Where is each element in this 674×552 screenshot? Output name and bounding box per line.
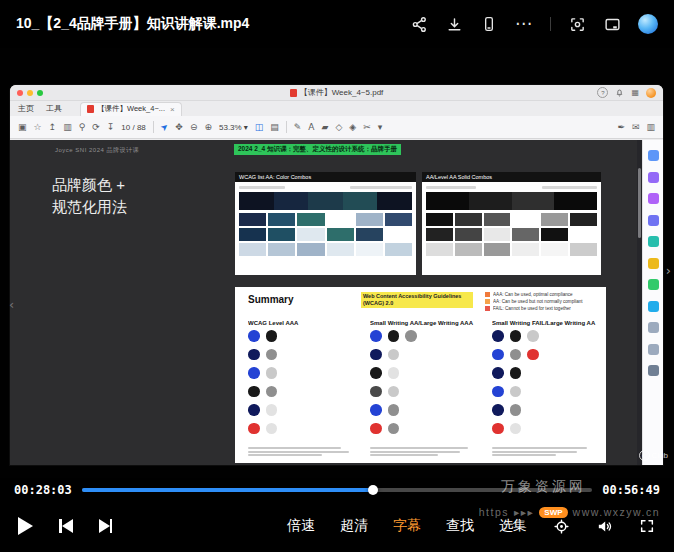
edit-text-icon[interactable]: ✎ — [294, 123, 302, 132]
expand-right-icon[interactable]: › — [666, 264, 671, 277]
pdf-tool-more-icon[interactable] — [648, 365, 659, 376]
close-tab-icon[interactable]: × — [170, 105, 175, 114]
progress-bar[interactable] — [82, 488, 592, 492]
text-line — [239, 186, 285, 189]
color-dot — [266, 386, 278, 398]
screenshot-icon[interactable] — [568, 15, 586, 33]
color-dot — [405, 330, 417, 342]
pdf-tool-stamp-icon[interactable] — [648, 215, 659, 226]
download-icon[interactable] — [445, 15, 463, 33]
playback-speed-button[interactable]: 倍速 — [287, 517, 315, 535]
settings-icon[interactable] — [552, 517, 570, 535]
color-swatch — [327, 213, 354, 226]
color-dot — [510, 423, 522, 435]
signature-icon[interactable]: ✒ — [617, 123, 625, 132]
previous-episode-button[interactable] — [59, 519, 73, 533]
scrollbar-thumb[interactable] — [638, 168, 641, 238]
pdf-tool-image-icon[interactable] — [648, 301, 659, 312]
color-dot — [510, 349, 522, 361]
pdf-tool-search-icon[interactable] — [648, 322, 659, 333]
stamp-icon[interactable]: ◈ — [349, 123, 356, 132]
video-stage[interactable]: 【课件】Week_4~5.pdf ? ▦ 主页 工具 【课件】Week_4~..… — [0, 48, 674, 478]
pdf-title-text: 【课件】Week_4~5.pdf — [300, 87, 384, 98]
pdf-tool-edit-icon[interactable] — [648, 172, 659, 183]
color-swatch — [356, 243, 383, 256]
color-swatch — [385, 243, 412, 256]
play-button[interactable] — [18, 517, 33, 535]
pdf-tool-highlight-icon[interactable] — [648, 258, 659, 269]
avatar[interactable] — [638, 14, 658, 34]
help-icon[interactable]: ? — [597, 87, 608, 98]
footnote-lines — [492, 447, 598, 458]
color-dot — [510, 386, 522, 398]
menu-tools[interactable]: 工具 — [46, 103, 62, 116]
column-title: Small Writing FAIL/Large Writing AA — [492, 320, 598, 326]
color-band-segment — [377, 192, 412, 210]
pdf-file-icon — [87, 105, 94, 113]
maximize-window-icon[interactable] — [37, 90, 43, 96]
snip-icon[interactable]: ✂ — [363, 123, 371, 132]
fit-width-icon[interactable]: ◫ — [255, 123, 264, 132]
menu-home[interactable]: 主页 — [18, 103, 34, 116]
more-tools-icon[interactable]: ▾ — [378, 123, 383, 132]
zoom-out-icon[interactable]: ⊖ — [190, 123, 198, 132]
download-page-icon[interactable]: ↧ — [107, 123, 115, 132]
episodes-button[interactable]: 选集 — [499, 517, 527, 535]
send-to-phone-icon[interactable] — [480, 15, 498, 33]
search-icon[interactable]: ⚲ — [79, 123, 86, 132]
printer-icon[interactable]: ▥ — [646, 123, 655, 132]
pdf-tool-print-icon[interactable] — [648, 344, 659, 355]
text-line — [426, 186, 476, 189]
highlighter-icon[interactable]: ▰ — [321, 123, 328, 132]
export-icon[interactable]: ↥ — [49, 123, 57, 132]
pdf-tool-comment-icon[interactable] — [648, 279, 659, 290]
text-style-icon[interactable]: A — [308, 123, 314, 132]
next-episode-button[interactable] — [99, 519, 113, 533]
text-line — [248, 451, 349, 453]
pdf-tool-convert-icon[interactable] — [648, 193, 659, 204]
toolbar-fit-icons: ◫▤ — [255, 123, 279, 132]
page-layout-icon[interactable]: ▤ — [270, 123, 279, 132]
document-tab[interactable]: 【课件】Week_4~... × — [80, 102, 182, 116]
more-icon[interactable]: ⋯ — [515, 15, 533, 33]
collapse-left-icon[interactable]: ‹ — [9, 298, 14, 311]
find-button[interactable]: 查找 — [446, 517, 474, 535]
dot-row — [492, 423, 598, 435]
color-dot — [248, 330, 260, 342]
divider — [153, 121, 154, 133]
pdf-tool-compress-icon[interactable] — [648, 236, 659, 247]
color-dot — [510, 330, 522, 342]
page-indicator[interactable]: 10 / 88 — [121, 123, 145, 132]
apps-grid-icon[interactable]: ▦ — [631, 89, 639, 97]
heading-line-2: 规范化用法 — [52, 196, 127, 218]
close-window-icon[interactable] — [17, 90, 23, 96]
pdf-tool-share-icon[interactable] — [648, 150, 659, 161]
hand-tool-icon[interactable]: ✥ — [175, 123, 183, 132]
save-icon[interactable]: ▣ — [18, 123, 27, 132]
shapes-icon[interactable]: ◇ — [335, 123, 342, 132]
dot-row — [492, 386, 598, 398]
mail-icon[interactable]: ✉ — [632, 123, 640, 132]
favorite-icon[interactable]: ☆ — [34, 123, 42, 132]
mini-player-icon[interactable] — [603, 15, 621, 33]
header: 10_【2_4品牌手册】知识讲解课.mp4 ⋯ — [0, 0, 674, 48]
pdf-scrollbar[interactable] — [637, 140, 642, 465]
subtitle-button[interactable]: 字幕 — [393, 517, 421, 535]
zoom-in-icon[interactable]: ⊕ — [204, 123, 212, 132]
fullscreen-icon[interactable] — [638, 517, 656, 535]
progress-handle[interactable] — [368, 485, 378, 495]
dot-row — [248, 349, 354, 361]
share-icon[interactable] — [410, 15, 428, 33]
print-icon[interactable]: ▥ — [63, 123, 72, 132]
quality-button[interactable]: 超清 — [340, 517, 368, 535]
rotate-icon[interactable]: ⟳ — [92, 123, 100, 132]
zoom-level[interactable]: 53.3% ▾ — [219, 123, 248, 132]
minimize-window-icon[interactable] — [27, 90, 33, 96]
volume-icon[interactable] — [595, 517, 613, 535]
color-swatch — [268, 228, 295, 241]
color-swatch — [327, 228, 354, 241]
account-avatar[interactable] — [646, 88, 656, 98]
text-line — [350, 186, 412, 189]
select-cursor-icon[interactable]: ➤ — [159, 121, 171, 133]
notifications-icon[interactable] — [615, 88, 624, 97]
